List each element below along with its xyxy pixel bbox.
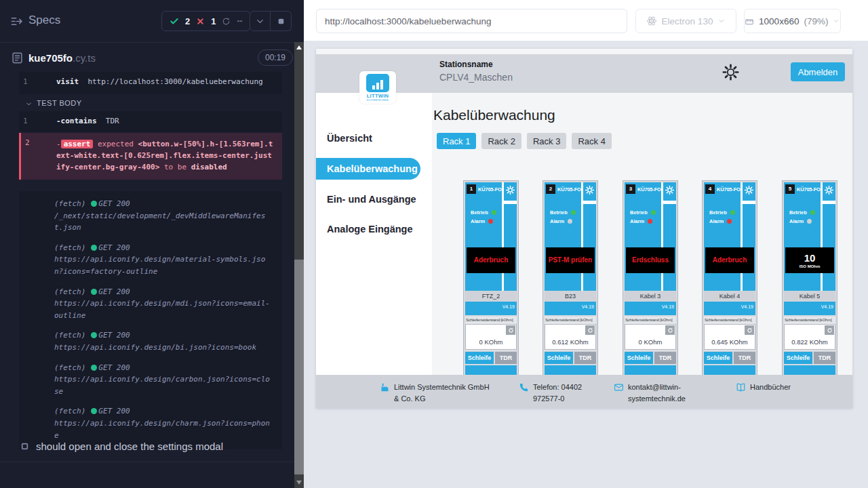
- loop-resistance-box: 0.645 KOhm: [704, 324, 755, 350]
- stop-button[interactable]: [271, 11, 292, 31]
- schleife-button[interactable]: Schleife: [704, 352, 732, 364]
- logout-button[interactable]: Abmelden: [791, 62, 845, 81]
- fetch-log-entry[interactable]: (fetch)GET 200https://api.iconify.design…: [54, 405, 273, 441]
- refresh-button[interactable]: [745, 325, 754, 335]
- ruler-icon: [745, 16, 754, 26]
- card-display: Aderbruch: [467, 247, 515, 273]
- command-visit[interactable]: 1 visit http://localhost:3000/kabelueber…: [19, 72, 282, 94]
- browser-selector[interactable]: Electron 130: [635, 9, 736, 33]
- cable-label: B23: [545, 291, 596, 302]
- tdr-button[interactable]: TDR: [814, 352, 835, 364]
- card-number: 1: [467, 184, 476, 194]
- fetch-log-entry[interactable]: (fetch)GET 200https://api.iconify.design…: [54, 362, 273, 398]
- fetch-log-entry[interactable]: (fetch)GET 200https://api.iconify.design…: [54, 242, 273, 278]
- card-display: Erdschluss: [626, 247, 675, 273]
- card-gear-icon[interactable]: [665, 185, 675, 195]
- footer-manuals-link[interactable]: Handbücher: [736, 382, 791, 393]
- loop-resistance-value: 0.612 KOhm: [545, 338, 595, 346]
- runner-right-pane: Electron 130 1000x660 (79%) LITTWIN SYST…: [304, 0, 868, 488]
- scroll-down-arrow[interactable]: [296, 481, 302, 485]
- device-card-1: 1 KÜ705-FO Betrieb Alarm Aderbruch FTZ_2…: [463, 180, 519, 388]
- spec-duration-badge: 00:19: [258, 49, 293, 66]
- stop-icon: [277, 17, 285, 26]
- betrieb-led: [492, 210, 496, 215]
- fetch-log-entry[interactable]: (fetch)GET 200/_next/static/development/…: [54, 198, 273, 234]
- footer-email[interactable]: kontakt@littwin-systemtechnik.de: [614, 382, 709, 405]
- schleife-button[interactable]: Schleife: [784, 352, 812, 364]
- fetch-url: /_next/static/development/_devMiddleware…: [54, 211, 265, 232]
- command-contains[interactable]: 1 -contains TDR: [19, 111, 282, 131]
- command-line-number: 2: [25, 138, 30, 147]
- refresh-button[interactable]: [825, 325, 834, 335]
- reporter-scrollbar[interactable]: [294, 42, 304, 488]
- tdr-button[interactable]: TDR: [654, 352, 676, 364]
- card-display: 10ISO MOhm: [785, 247, 834, 273]
- card-gear-icon[interactable]: [505, 185, 515, 195]
- specs-list-icon[interactable]: [10, 15, 23, 28]
- device-card-4: 4 KÜ705-FO Betrieb Alarm Aderbruch Kabel…: [702, 180, 757, 388]
- fetch-url: https://api.iconify.design/charm.json?ic…: [54, 419, 270, 440]
- assert-badge: assert: [61, 140, 94, 148]
- card-gear-icon[interactable]: [585, 185, 595, 195]
- tab-rack-2[interactable]: Rack 2: [481, 133, 521, 149]
- betrieb-led: [651, 210, 656, 215]
- rack-tabs: Rack 1 Rack 2 Rack 3 Rack 4: [437, 133, 612, 149]
- spec-file-ext: .cy.ts: [73, 52, 96, 64]
- tab-rack-1[interactable]: Rack 1: [437, 133, 476, 149]
- schleife-button[interactable]: Schleife: [545, 352, 573, 364]
- status-ok-dot: [91, 289, 97, 295]
- tdr-button[interactable]: TDR: [495, 352, 517, 364]
- sidebar-item-analoge-eingaenge[interactable]: Analoge Eingänge: [327, 224, 413, 235]
- fetch-log-entry[interactable]: (fetch)GET 200https://api.iconify.design…: [54, 329, 273, 353]
- schleife-button[interactable]: Schleife: [465, 352, 494, 364]
- refresh-button[interactable]: [665, 325, 675, 335]
- test-body-label: TEST BODY: [37, 99, 82, 107]
- refresh-icon: [747, 327, 753, 333]
- tab-rack-3[interactable]: Rack 3: [527, 133, 566, 149]
- sidebar-item-kabelueberwachung-active[interactable]: Kabelüberwachung: [316, 158, 420, 180]
- pending-square-icon: [20, 442, 29, 451]
- tab-rack-4[interactable]: Rack 4: [572, 133, 611, 149]
- assert-tobe: to be: [164, 163, 186, 171]
- refresh-button[interactable]: [506, 325, 515, 335]
- card-gear-icon[interactable]: [744, 185, 754, 195]
- spec-file-icon: [11, 52, 24, 64]
- email-icon: [614, 382, 624, 392]
- collapse-button[interactable]: [250, 11, 271, 31]
- scroll-up-arrow[interactable]: [296, 45, 302, 49]
- schleife-button[interactable]: Schleife: [625, 352, 653, 364]
- scrollbar-thumb[interactable]: [294, 260, 304, 474]
- book-icon: [736, 382, 746, 392]
- runner-toolbar: Electron 130 1000x660 (79%): [304, 0, 868, 41]
- command-line-number: 1: [23, 117, 28, 125]
- card-model: KÜ705-FO: [478, 186, 502, 192]
- spec-file-row[interactable]: kue705fo.cy.ts 00:19: [0, 43, 294, 73]
- viewport-selector[interactable]: 1000x660 (79%): [744, 9, 841, 33]
- command-name: visit: [56, 77, 79, 86]
- fetch-log-entry[interactable]: (fetch)GET 200https://api.iconify.design…: [54, 286, 273, 322]
- loop-resistance-box: 0.612 KOhm: [545, 324, 596, 350]
- status-ok-dot: [91, 365, 97, 371]
- command-message: http://localhost:3000/kabelueberwachung: [87, 77, 262, 86]
- tdr-button[interactable]: TDR: [734, 352, 755, 364]
- command-assert-failed[interactable]: 2 -assert expected <button.w-[50%].h-[1.…: [19, 133, 282, 180]
- refresh-button[interactable]: [585, 325, 595, 335]
- test-body-toggle[interactable]: TEST BODY: [25, 99, 82, 108]
- card-gear-icon[interactable]: [824, 185, 834, 195]
- betrieb-led: [730, 210, 735, 215]
- settings-gear-icon[interactable]: [722, 63, 740, 81]
- alarm-led: [648, 219, 652, 224]
- cable-label: FTZ_2: [465, 291, 517, 302]
- firmware-version: V4.19: [741, 304, 753, 309]
- sidebar-item-uebersicht[interactable]: Übersicht: [327, 133, 372, 144]
- footer-phone[interactable]: Telefon: 04402 972577-0: [519, 382, 614, 405]
- url-input[interactable]: [316, 9, 627, 33]
- logo-subtext: SYSTEMTECHNIK: [359, 99, 396, 102]
- loop-resistance-value: 0.645 KOhm: [705, 338, 755, 346]
- sidebar-item-ein-ausgaenge[interactable]: Ein- und Ausgänge: [327, 194, 416, 205]
- specs-title[interactable]: Specs: [28, 14, 60, 27]
- card-model: KÜ705-FO: [637, 186, 661, 192]
- tdr-button[interactable]: TDR: [574, 352, 596, 364]
- station-name-value: CPLV4_Maschen: [439, 72, 513, 83]
- pending-test-row[interactable]: should open and close the settings modal: [20, 441, 223, 452]
